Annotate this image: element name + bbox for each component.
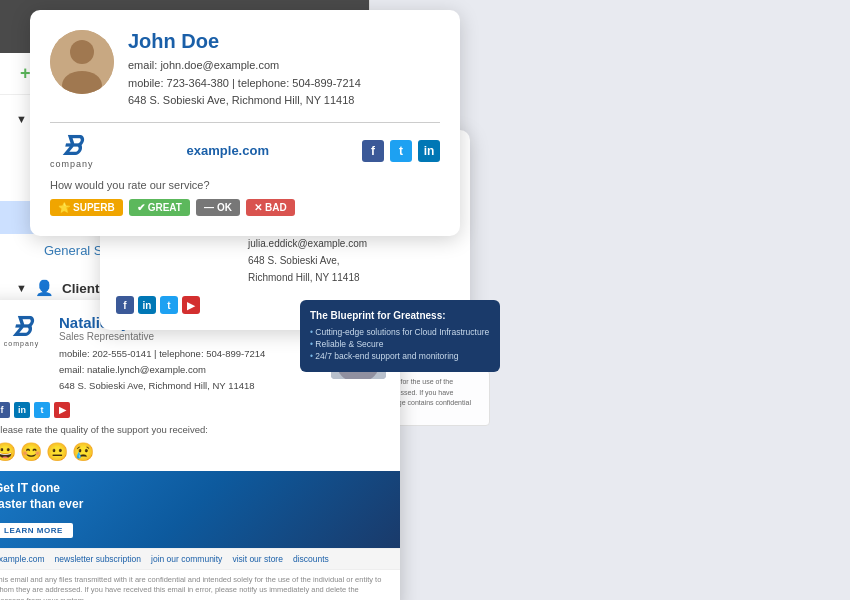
- blueprint-item-3: 24/7 back-end support and monitoring: [310, 350, 490, 362]
- julia-youtube-icon[interactable]: ▶: [182, 296, 200, 314]
- julia-social: f in t ▶: [116, 296, 200, 314]
- emoji-rating-row: 😀 😊 😐 😢: [0, 441, 386, 463]
- person-icon: 👤: [35, 279, 54, 297]
- blueprint-banner: The Blueprint for Greatness: Cutting-edg…: [300, 300, 500, 372]
- footer-links: example.com newsletter subscription join…: [0, 548, 400, 569]
- john-doe-address: 648 S. Sobieski Ave, Richmond Hill, NY 1…: [128, 92, 361, 110]
- john-doe-mobile: mobile: 723-364-380 | telephone: 504-899…: [128, 75, 361, 93]
- signature-card-john-doe: John Doe email: john.doe@example.com mob…: [30, 10, 460, 236]
- natalie-twitter-icon[interactable]: t: [34, 402, 50, 418]
- emoji-1[interactable]: 😀: [0, 441, 16, 463]
- footer-link-community[interactable]: join our community: [151, 554, 222, 564]
- natalie-social: f in t ▶: [0, 402, 386, 418]
- blueprint-list: Cutting-edge solutions for Cloud Infrast…: [310, 326, 490, 362]
- julia-facebook-icon[interactable]: f: [116, 296, 134, 314]
- chevron-down-icon-2: ▼: [16, 282, 27, 294]
- logo-icon: ᗽ: [62, 133, 81, 159]
- john-doe-email: email: john.doe@example.com: [128, 57, 361, 75]
- social-icons: f t in: [362, 140, 440, 162]
- cta-title: Get IT donefaster than ever: [0, 481, 386, 512]
- natalie-logo-icon: ᗽ: [12, 314, 31, 340]
- natalie-title: Sales Representative: [59, 331, 321, 342]
- blueprint-item-2: Reliable & Secure: [310, 338, 490, 350]
- emoji-3[interactable]: 😐: [46, 441, 68, 463]
- julia-linkedin-icon[interactable]: in: [138, 296, 156, 314]
- card1-bottom: ᗽ company example.com f t in: [50, 133, 440, 169]
- rating-ok[interactable]: — OK: [196, 199, 240, 216]
- card1-divider: [50, 122, 440, 123]
- natalie-email: email: natalie.lynch@example.com: [59, 362, 321, 378]
- chevron-down-icon: ▼: [16, 113, 27, 125]
- rating-buttons: ⭐ SUPERB ✔ GREAT — OK ✕ BAD: [50, 199, 440, 216]
- blueprint-title: The Blueprint for Greatness:: [310, 310, 490, 321]
- rating-question: How would you rate our service?: [50, 179, 440, 191]
- facebook-icon[interactable]: f: [362, 140, 384, 162]
- footer-link-website[interactable]: example.com: [0, 554, 45, 564]
- natalie-youtube-icon[interactable]: ▶: [54, 402, 70, 418]
- julia-address: 648 S. Sobieski Ave, Richmond Hill, NY 1…: [248, 252, 382, 286]
- emoji-4[interactable]: 😢: [72, 441, 94, 463]
- card1-info: John Doe email: john.doe@example.com mob…: [128, 30, 361, 110]
- julia-twitter-icon[interactable]: t: [160, 296, 178, 314]
- emoji-2[interactable]: 😊: [20, 441, 42, 463]
- natalie-rate-text: Please rate the quality of the support y…: [0, 424, 386, 435]
- card1-website[interactable]: example.com: [187, 143, 269, 158]
- natalie-address: 648 S. Sobieski Ave, Richmond Hill, NY 1…: [59, 378, 321, 394]
- linkedin-icon[interactable]: in: [418, 140, 440, 162]
- company-logo: ᗽ company: [50, 133, 94, 169]
- avatar: [50, 30, 114, 94]
- natalie-facebook-icon[interactable]: f: [0, 402, 10, 418]
- john-doe-name: John Doe: [128, 30, 361, 53]
- rating-superb[interactable]: ⭐ SUPERB: [50, 199, 123, 216]
- rating-bad[interactable]: ✕ BAD: [246, 199, 295, 216]
- natalie-mobile: mobile: 202-555-0141 | telephone: 504-89…: [59, 346, 321, 362]
- blueprint-item-1: Cutting-edge solutions for Cloud Infrast…: [310, 326, 490, 338]
- card1-top: John Doe email: john.doe@example.com mob…: [50, 30, 440, 110]
- footer-link-discounts[interactable]: discounts: [293, 554, 329, 564]
- footer-link-store[interactable]: visit our store: [232, 554, 283, 564]
- twitter-icon[interactable]: t: [390, 140, 412, 162]
- natalie-logo-label: company: [4, 340, 39, 347]
- card3-disclaimer: This email and any files transmitted wit…: [0, 569, 400, 600]
- natalie-logo: ᗽ company: [0, 314, 49, 347]
- footer-link-newsletter[interactable]: newsletter subscription: [55, 554, 141, 564]
- logo-label: company: [50, 159, 94, 169]
- learn-more-button[interactable]: LEARN MORE: [0, 523, 73, 538]
- svg-point-7: [70, 40, 94, 64]
- natalie-linkedin-icon[interactable]: in: [14, 402, 30, 418]
- cta-banner: Get IT donefaster than ever LEARN MORE: [0, 471, 400, 547]
- rating-great[interactable]: ✔ GREAT: [129, 199, 190, 216]
